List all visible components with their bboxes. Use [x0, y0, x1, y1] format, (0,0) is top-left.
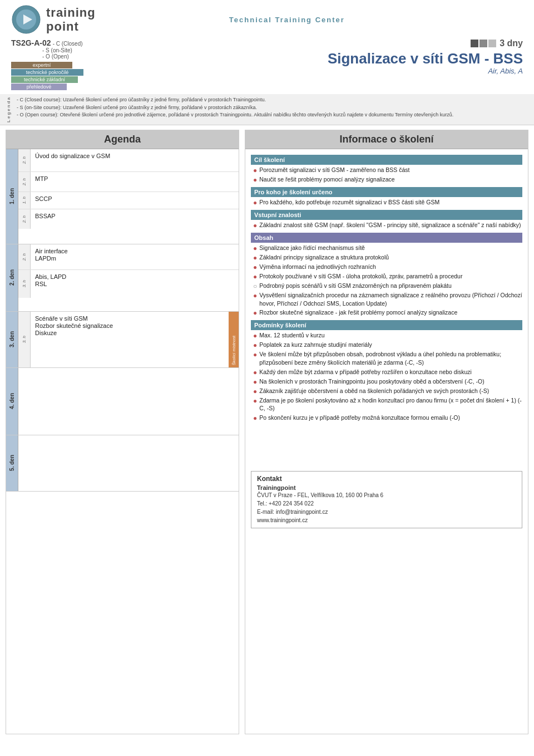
kontakt-web: www.trainingpoint.cz — [257, 516, 516, 524]
course-type-s: - S (on-Site) — [11, 47, 167, 53]
hours-text-2: 2. h — [22, 178, 27, 185]
podminky-text-8: Po skončení kurzu je v případě potřeby m… — [259, 414, 460, 422]
prokoho-text-1: Pro každého, kdo potřebuje rozumět signa… — [259, 198, 439, 207]
podminky-text-5: Na školeních v prostorách Trainingpointu… — [259, 377, 484, 386]
cil-item-2: ● Naučit se řešit problémy pomocí analýz… — [251, 175, 522, 184]
kontakt-title: Kontakt — [257, 475, 516, 483]
level-expert-label: expertní — [11, 62, 72, 68]
box-mid — [479, 40, 487, 47]
day-marker-1: 1. den — [6, 149, 18, 244]
bullet-8: ● — [253, 273, 257, 281]
podminky-text-7: Zdarma je po školení poskytováno až x ho… — [259, 396, 522, 413]
agenda-item-scenare: Scénáře v síti GSM — [35, 315, 224, 322]
obsah-text-3: Výměna informací na jednotlivých rozhran… — [259, 263, 376, 271]
main-content: Agenda 1. den 2. h Úvod do signalizace v… — [0, 130, 534, 734]
hours-text-1: 2. h — [22, 156, 27, 164]
course-subtitle: Air, Abis, A — [172, 67, 523, 75]
bullet-13: ● — [253, 351, 257, 359]
obsah-text-4: Protokoly používané v síti GSM - úloha p… — [259, 272, 462, 281]
hours-3h-1: 3. h — [18, 270, 31, 298]
cil-item-1: ● Porozumět signalizaci v síti GSM - zam… — [251, 166, 522, 174]
agenda-item-air: Air interface — [35, 248, 234, 254]
vstup-item-1: ● Základní znalost sítě GSM (např. škole… — [251, 221, 522, 229]
agenda-item-sccp: SCCP — [35, 195, 234, 202]
level-bars: expertní technické pokročilé technické z… — [11, 62, 167, 90]
day-block-3: 3. den 3. h Scénáře v síti GSM Rozbor sk… — [6, 312, 239, 368]
podminky-text-3: Ve školení může být přizpůsoben obsah, p… — [259, 350, 522, 366]
obsah-text-7: Rozbor skutečné signalizace - jak řešit … — [259, 308, 457, 317]
brand-text: training point — [46, 6, 96, 33]
podminky-item-8: ● Po skončení kurzu je v případě potřeby… — [251, 414, 522, 422]
agenda-item-lapdm: LAPDm — [35, 255, 234, 262]
day-2-items-2: Abis, LAPD RSL — [31, 270, 239, 298]
orange-label: Školící místnost — [231, 336, 236, 365]
hours-2h-3: 2. h — [18, 209, 31, 229]
day-5-content — [18, 435, 239, 491]
course-info-left: TS2G-A-02 - C (Closed) - S (on-Site) - O… — [11, 38, 167, 91]
course-type-c: - C (Closed) — [53, 41, 83, 47]
obsah-text-2: Základní principy signalizace a struktur… — [259, 253, 389, 262]
logo-icon — [11, 4, 42, 35]
agenda-body: 1. den 2. h Úvod do signalizace v GSM — [6, 149, 239, 734]
bullet-7: ● — [253, 263, 257, 271]
obsah-item-5: ○ Podrobný popis scénářů v síti GSM znáz… — [251, 282, 522, 290]
bullet-16: ● — [253, 387, 257, 395]
podminky-text-4: Každý den může být zdarma v případě potř… — [259, 368, 472, 376]
level-overview: přehledové — [11, 84, 167, 90]
day-1-items-2: MTP — [31, 172, 239, 192]
hours-text-4: 2. h — [22, 215, 27, 223]
day-3-content: 3. h Scénáře v síti GSM Rozbor skutečné … — [18, 312, 239, 367]
podminky-item-5: ● Na školeních v prostorách Trainingpoin… — [251, 377, 522, 386]
level-tech-basic: technické základní — [11, 76, 167, 83]
day-2-block-2: 3. h Abis, LAPD RSL — [18, 270, 239, 298]
agenda-item-abis: Abis, LAPD — [35, 273, 234, 280]
bullet-18: ● — [253, 414, 257, 422]
hours-3h-2: 3. h — [18, 312, 31, 367]
podminky-item-2: ● Poplatek za kurz zahrnuje studijní mat… — [251, 341, 522, 349]
podminky-item-6: ● Zákazník zajišťuje občerstvení a oběd … — [251, 387, 522, 395]
level-boxes — [471, 40, 496, 47]
agenda-item-rozbor: Rozbor skutečné signalizace — [35, 322, 224, 329]
prokoho-item-1: ● Pro každého, kdo potřebuje rozumět sig… — [251, 198, 522, 207]
section-podminky: Podmínky školení — [251, 320, 522, 330]
bullet-10: ● — [253, 309, 257, 317]
day-2-items-1: Air interface LAPDm — [31, 244, 239, 269]
obsah-text-1: Signalizace jako řídící mechanismus sítě — [259, 244, 365, 252]
kontakt-email: E-mail: info@trainingpoint.cz — [257, 508, 516, 516]
bullet-15: ● — [253, 378, 257, 386]
podminky-item-1: ● Max. 12 studentů v kurzu — [251, 331, 522, 340]
day-marker-3: 3. den — [6, 312, 18, 367]
hours-text-7: 3. h — [22, 336, 27, 343]
box-light — [488, 40, 496, 47]
bullet-3: ● — [253, 199, 257, 207]
podminky-item-4: ● Každý den může být zdarma v případě po… — [251, 368, 522, 376]
course-type-o: - O (Open) — [11, 53, 167, 60]
day-4-label: 4. den — [9, 393, 15, 409]
kontakt-name: Trainingpoint — [257, 484, 516, 491]
day-1-block-4: 2. h BSSAP — [18, 209, 239, 229]
cil-text-2: Naučit se řešit problémy pomocí analýzy … — [259, 175, 394, 184]
course-code-label: TS2G-A-02 - C (Closed) — [11, 38, 167, 47]
bullet-14: ● — [253, 369, 257, 376]
day-1-block-2: 2. h MTP — [18, 172, 239, 192]
section-cil: Cíl školení — [251, 155, 522, 165]
info-spacer — [251, 423, 522, 468]
course-title: Signalizace v síti GSM - BSS — [172, 51, 523, 67]
agenda-item-uvod: Úvod do signalizace v GSM — [35, 153, 234, 159]
kontakt-section: Kontakt Trainingpoint ČVUT v Praze - FEL… — [251, 471, 522, 528]
legenda-lines: - C (Closed course): Uzavřené školení ur… — [17, 96, 528, 122]
agenda-title: Agenda — [6, 130, 239, 149]
day-4-empty — [18, 368, 239, 435]
course-info-right: 3 dny Signalizace v síti GSM - BSS Air, … — [172, 38, 523, 75]
bullet-17: ● — [253, 397, 257, 405]
brand-line2: point — [46, 20, 96, 33]
obsah-text-5: Podrobný popis scénářů v síti GSM znázor… — [259, 282, 452, 290]
day-4-content — [18, 368, 239, 435]
day-marker-5: 5. den — [6, 435, 18, 491]
day-block-2: 2. den 2. h Air interface LAPDm — [6, 244, 239, 312]
day-2-content: 2. h Air interface LAPDm 3. h Abi — [18, 244, 239, 311]
legenda-bar: Legenda - C (Closed course): Uzavřené šk… — [0, 94, 534, 125]
level-tech-adv-label: technické pokročilé — [11, 69, 83, 76]
podminky-item-3: ● Ve školení může být přizpůsoben obsah,… — [251, 350, 522, 366]
hours-text-5: 2. h — [22, 253, 27, 261]
